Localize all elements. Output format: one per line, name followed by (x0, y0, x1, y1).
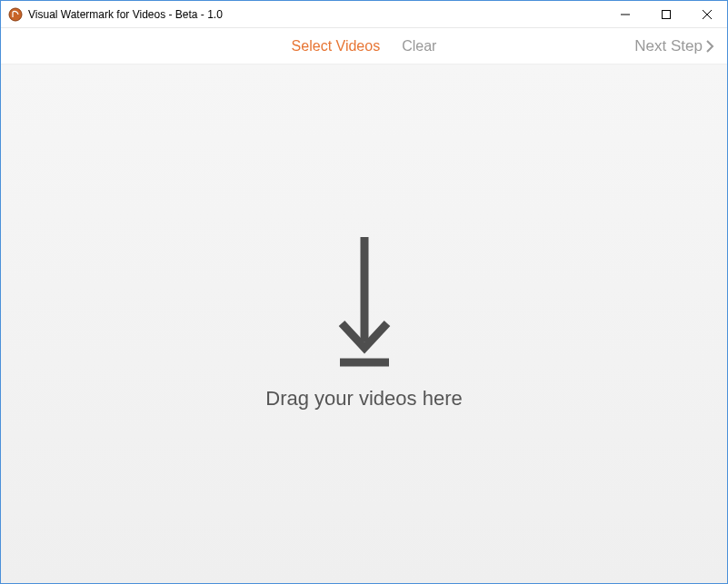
close-button[interactable] (686, 1, 727, 27)
window-title: Visual Watermark for Videos - Beta - 1.0 (28, 8, 223, 21)
download-arrow-icon (333, 237, 396, 369)
maximize-icon (662, 10, 671, 19)
svg-rect-2 (662, 10, 670, 18)
next-step-label: Next Step (634, 37, 703, 55)
app-icon (8, 7, 23, 22)
drop-prompt: Drag your videos here (265, 387, 462, 411)
toolbar-center: Select Videos Clear (292, 38, 437, 54)
clear-button[interactable]: Clear (402, 38, 436, 54)
svg-point-0 (9, 8, 22, 21)
drop-area[interactable]: Drag your videos here (1, 64, 727, 583)
maximize-button[interactable] (645, 1, 686, 27)
select-videos-button[interactable]: Select Videos (292, 38, 381, 54)
window-controls (604, 1, 727, 27)
toolbar: Select Videos Clear Next Step (1, 28, 727, 64)
close-icon (703, 10, 712, 19)
next-step-button[interactable]: Next Step (634, 37, 714, 55)
minimize-button[interactable] (604, 1, 645, 27)
titlebar: Visual Watermark for Videos - Beta - 1.0 (1, 1, 727, 28)
chevron-right-icon (706, 39, 714, 54)
titlebar-left: Visual Watermark for Videos - Beta - 1.0 (8, 7, 223, 22)
minimize-icon (621, 10, 630, 19)
